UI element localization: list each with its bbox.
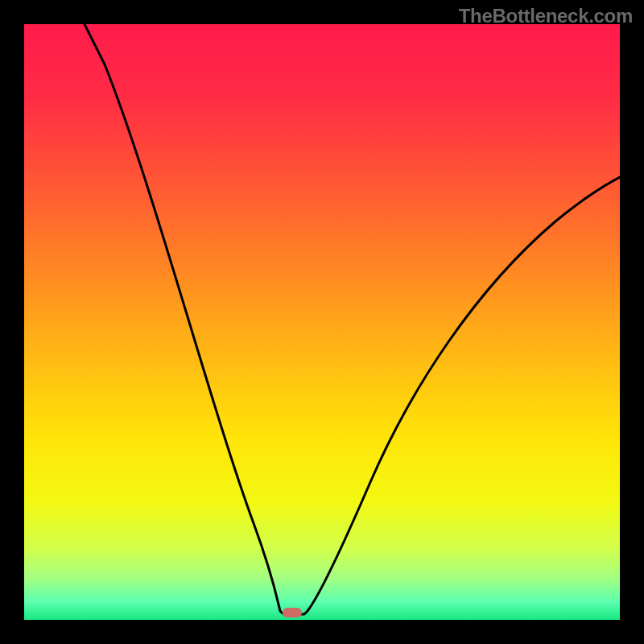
chart-frame: TheBottleneck.com (0, 0, 644, 644)
watermark-text: TheBottleneck.com (459, 5, 633, 27)
bottleneck-curve (24, 24, 620, 620)
curve-path (85, 24, 620, 614)
optimum-marker (283, 608, 302, 617)
plot-area (24, 24, 620, 620)
